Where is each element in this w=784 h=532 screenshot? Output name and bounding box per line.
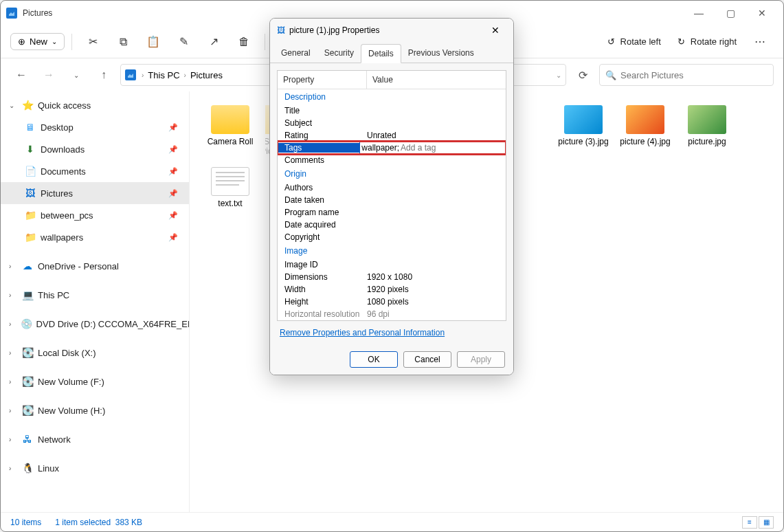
minimize-button[interactable]: —	[683, 1, 715, 25]
file-picture-4[interactable]: picture (4).jpg	[618, 105, 672, 156]
chevron-down-icon[interactable]: ⌄	[556, 71, 561, 79]
prop-comments[interactable]: Comments	[278, 154, 506, 166]
details-view-button[interactable]: ≡	[742, 516, 757, 529]
prop-title[interactable]: Title	[278, 104, 506, 117]
prop-dimensions[interactable]: Dimensions1920 x 1080	[278, 271, 506, 283]
dialog-title-bar[interactable]: 🖼 picture (1).jpg Properties ✕	[270, 19, 513, 41]
cut-button[interactable]: ✂	[79, 28, 107, 56]
new-button[interactable]: ⊕ New ⌄	[10, 33, 65, 50]
tree-downloads[interactable]: ⬇Downloads📌	[1, 138, 189, 160]
recent-button[interactable]: ⌄	[65, 64, 87, 86]
file-picture[interactable]: picture.jpg	[680, 105, 734, 156]
prop-rating[interactable]: RatingUnrated	[278, 129, 506, 142]
prop-copyright[interactable]: Copyright	[278, 231, 506, 243]
pin-icon: 📌	[168, 189, 178, 198]
icons-view-button[interactable]: ▦	[759, 516, 774, 529]
file-picture-3[interactable]: picture (3).jpg	[557, 105, 610, 156]
chevron-right-icon[interactable]: ›	[9, 436, 17, 443]
chevron-right-icon[interactable]: ›	[9, 465, 17, 472]
tab-general[interactable]: General	[274, 44, 317, 63]
tree-linux[interactable]: ›🐧Linux	[1, 457, 189, 479]
scissors-icon: ✂	[89, 35, 98, 48]
drive-icon: 💽	[21, 375, 34, 388]
chevron-right-icon[interactable]: ›	[9, 291, 17, 299]
prop-height[interactable]: Height1080 pixels	[278, 296, 506, 308]
column-value[interactable]: Value	[367, 71, 399, 89]
file-text[interactable]: text.txt	[203, 167, 257, 208]
tree-documents[interactable]: 📄Documents📌	[1, 160, 189, 182]
paste-button[interactable]: 📋	[139, 28, 167, 56]
tree-between-pcs[interactable]: 📁between_pcs📌	[1, 204, 189, 226]
close-button[interactable]: ✕	[746, 1, 778, 25]
tags-input[interactable]	[399, 143, 505, 153]
tree-onedrive[interactable]: ›☁OneDrive - Personal	[1, 255, 189, 277]
group-description: Description	[278, 89, 506, 104]
clipboard-icon: 📋	[146, 35, 160, 48]
tree-quick-access[interactable]: ⌄⭐Quick access	[1, 94, 189, 116]
pc-icon: 💻	[21, 289, 34, 301]
prop-hres[interactable]: Horizontal resolution96 dpi	[278, 308, 506, 320]
up-button[interactable]: ↑	[93, 64, 115, 86]
maximize-button[interactable]: ▢	[715, 1, 746, 25]
tree-dvd[interactable]: ›💿DVD Drive (D:) CCCOMA_X64FRE_EN-US	[1, 313, 189, 335]
network-icon: 🖧	[21, 433, 34, 445]
remove-properties-link[interactable]: Remove Properties and Personal Informati…	[277, 321, 506, 340]
image-thumb	[564, 105, 603, 134]
dialog-close-button[interactable]: ✕	[484, 19, 506, 41]
prop-image-id[interactable]: Image ID	[278, 258, 506, 271]
copy-icon: ⧉	[120, 36, 127, 48]
download-icon: ⬇	[24, 143, 36, 155]
prop-date-taken[interactable]: Date taken	[278, 194, 506, 206]
refresh-button[interactable]: ⟳	[572, 64, 594, 86]
tree-this-pc[interactable]: ›💻This PC	[1, 284, 189, 306]
chevron-right-icon[interactable]: ›	[9, 407, 17, 414]
rotate-left-button[interactable]: ↺ Rotate left	[601, 32, 668, 51]
breadcrumb-segment[interactable]: This PC	[148, 70, 179, 80]
tree-new-f[interactable]: ›💽New Volume (F:)	[1, 370, 189, 392]
tree-pictures[interactable]: 🖼Pictures📌	[1, 182, 189, 204]
share-button[interactable]: ↗	[200, 28, 227, 56]
properties-list[interactable]: Property Value Description Title Subject…	[277, 70, 506, 321]
tree-wallpapers[interactable]: 📁wallpapers📌	[1, 226, 189, 248]
prop-program-name[interactable]: Program name	[278, 206, 506, 219]
status-item-count: 10 items	[10, 518, 41, 527]
copy-button[interactable]: ⧉	[109, 28, 137, 56]
chevron-right-icon[interactable]: ›	[9, 263, 17, 270]
tab-details[interactable]: Details	[361, 44, 401, 63]
breadcrumb-segment[interactable]: Pictures	[190, 70, 223, 80]
ok-button[interactable]: OK	[350, 351, 398, 368]
apply-button[interactable]: Apply	[457, 351, 505, 368]
chevron-right-icon[interactable]: ›	[9, 320, 16, 328]
pictures-icon: 🖼	[24, 187, 36, 199]
chevron-right-icon[interactable]: ›	[9, 378, 17, 386]
pin-icon: 📌	[168, 211, 178, 220]
rename-button[interactable]: ✎	[170, 28, 197, 56]
tree-network[interactable]: ›🖧Network	[1, 428, 189, 450]
delete-button[interactable]: 🗑	[230, 28, 258, 56]
more-button[interactable]: ⋯	[746, 28, 774, 56]
tab-security[interactable]: Security	[317, 44, 361, 63]
prop-authors[interactable]: Authors	[278, 181, 506, 194]
tree-desktop[interactable]: 🖥Desktop📌	[1, 116, 189, 138]
folder-icon	[211, 105, 249, 134]
tab-previous-versions[interactable]: Previous Versions	[401, 44, 481, 63]
chevron-down-icon[interactable]: ⌄	[9, 102, 17, 109]
chevron-right-icon[interactable]: ›	[9, 349, 17, 357]
folder-camera-roll[interactable]: Camera Roll	[203, 105, 257, 156]
prop-tags[interactable]: Tags wallpaper;	[278, 142, 506, 154]
dialog-tabs: General Security Details Previous Versio…	[270, 41, 513, 63]
prop-date-acquired[interactable]: Date acquired	[278, 219, 506, 231]
tree-local-x[interactable]: ›💽Local Disk (X:)	[1, 342, 189, 364]
prop-width[interactable]: Width1920 pixels	[278, 283, 506, 296]
search-input[interactable]: 🔍	[599, 64, 774, 86]
rotate-right-button[interactable]: ↻ Rotate right	[671, 32, 743, 51]
back-button[interactable]: ←	[10, 64, 32, 86]
cancel-button[interactable]: Cancel	[403, 351, 451, 368]
prop-subject[interactable]: Subject	[278, 117, 506, 129]
chevron-right-icon[interactable]: ›	[184, 71, 186, 79]
column-property[interactable]: Property	[278, 71, 367, 89]
forward-button[interactable]: →	[38, 64, 60, 86]
chevron-right-icon[interactable]: ›	[142, 71, 144, 79]
tree-new-h[interactable]: ›💽New Volume (H:)	[1, 399, 189, 421]
disc-icon: 💿	[21, 318, 32, 330]
